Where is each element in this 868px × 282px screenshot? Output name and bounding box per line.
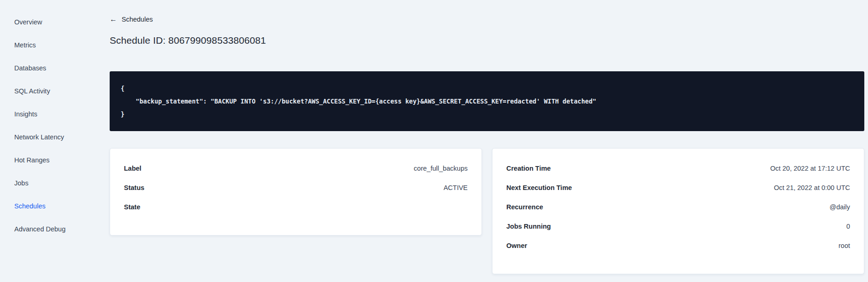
sidebar-item-hot-ranges[interactable]: Hot Ranges: [0, 149, 88, 172]
row-creation-time: Creation Time Oct 20, 2022 at 17:12 UTC: [506, 159, 850, 178]
sidebar-item-metrics[interactable]: Metrics: [0, 34, 88, 57]
sidebar-item-schedules[interactable]: Schedules: [0, 195, 88, 218]
back-arrow-icon: ←: [110, 16, 117, 23]
row-recurrence: Recurrence @daily: [506, 197, 850, 217]
main-content: ← Schedules Schedule ID: 806799098533806…: [88, 0, 868, 282]
back-link-label: Schedules: [122, 16, 153, 23]
row-value: core_full_backups: [414, 165, 468, 172]
code-line: "backup_statement": "BACKUP INTO 's3://b…: [121, 95, 853, 108]
row-value: ACTIVE: [444, 184, 468, 191]
back-to-schedules-link[interactable]: ← Schedules: [110, 16, 153, 23]
schedule-details-card: Label core_full_backups Status ACTIVE St…: [110, 148, 482, 236]
row-jobs-running: Jobs Running 0: [506, 217, 850, 236]
row-term: Creation Time: [506, 165, 551, 172]
sidebar-item-advanced-debug[interactable]: Advanced Debug: [0, 218, 88, 241]
row-owner: Owner root: [506, 236, 850, 255]
sidebar-item-network-latency[interactable]: Network Latency: [0, 126, 88, 149]
sidebar-item-databases[interactable]: Databases: [0, 57, 88, 80]
sidebar-item-sql-activity[interactable]: SQL Activity: [0, 80, 88, 103]
sidebar-item-insights[interactable]: Insights: [0, 103, 88, 126]
sidebar-item-overview[interactable]: Overview: [0, 11, 88, 34]
row-value: Oct 20, 2022 at 17:12 UTC: [770, 165, 850, 172]
row-term: Label: [124, 165, 141, 172]
row-next-execution-time: Next Execution Time Oct 21, 2022 at 0:00…: [506, 178, 850, 197]
row-state: State: [124, 197, 468, 217]
detail-cards-row: Label core_full_backups Status ACTIVE St…: [110, 148, 864, 274]
row-term: Owner: [506, 242, 527, 249]
row-status: Status ACTIVE: [124, 178, 468, 197]
code-line: }: [121, 108, 853, 121]
schedule-execution-card: Creation Time Oct 20, 2022 at 17:12 UTC …: [492, 148, 864, 274]
app-root: Overview Metrics Databases SQL Activity …: [0, 0, 868, 282]
row-value: Oct 21, 2022 at 0:00 UTC: [774, 184, 850, 191]
row-term: Recurrence: [506, 203, 543, 211]
row-term: Status: [124, 184, 144, 191]
row-value: 0: [846, 223, 850, 230]
row-term: State: [124, 203, 140, 211]
row-label: Label core_full_backups: [124, 159, 468, 178]
row-term: Jobs Running: [506, 223, 551, 230]
page-title: Schedule ID: 806799098533806081: [110, 35, 864, 46]
row-value: @daily: [829, 203, 850, 211]
row-value: root: [839, 242, 850, 249]
row-term: Next Execution Time: [506, 184, 572, 191]
code-line: {: [121, 82, 853, 95]
sidebar-item-jobs[interactable]: Jobs: [0, 172, 88, 195]
backup-statement-code-block: { "backup_statement": "BACKUP INTO 's3:/…: [110, 71, 864, 131]
sidebar: Overview Metrics Databases SQL Activity …: [0, 0, 88, 282]
